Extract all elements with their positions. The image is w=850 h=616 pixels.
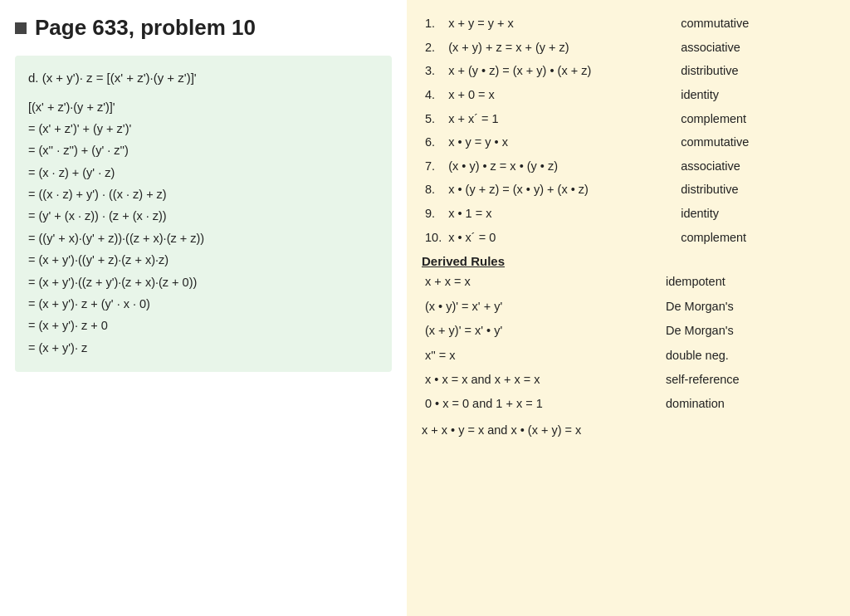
rule-name: distributive xyxy=(677,178,835,202)
derived-name: domination xyxy=(662,392,835,416)
rule-name: identity xyxy=(677,202,835,226)
rule-row-3: 3. x + (y • z) = (x + y) • (x + z) distr… xyxy=(422,59,835,83)
numbered-rules-table: 1. x + y = y + x commutative 2. (x + y) … xyxy=(422,12,835,249)
step-6: = (y' + (x · z)) · (z + (x · z)) xyxy=(28,206,379,227)
rule-num: 8. xyxy=(422,178,445,202)
step-5: = ((x · z) + y') · ((x · z) + z) xyxy=(28,184,379,205)
derived-rules-table: x + x = x idempotent (x • y)' = x' + y' … xyxy=(422,270,835,416)
rule-name: associative xyxy=(677,154,835,178)
rule-num: 6. xyxy=(422,130,445,154)
steps-container: [(x' + z')·(y + z')]'= (x' + z')' + (y +… xyxy=(28,97,379,359)
problem-statement: d. (x + y')· z = [(x' + z')·(y + z')]' xyxy=(28,67,379,89)
derived-row-4: x'' = x double neg. xyxy=(422,344,835,368)
rule-num: 7. xyxy=(422,154,445,178)
rule-row-7: 7. (x • y) • z = x • (y • z) associative xyxy=(422,154,835,178)
derived-header: Derived Rules xyxy=(422,254,835,268)
rule-num: 1. xyxy=(422,12,445,36)
rule-row-1: 1. x + y = y + x commutative xyxy=(422,12,835,36)
derived-name: double neg. xyxy=(662,344,835,368)
rule-num: 4. xyxy=(422,83,445,107)
rule-name: complement xyxy=(677,107,835,131)
rule-num: 9. xyxy=(422,202,445,226)
rule-name: identity xyxy=(677,83,835,107)
step-3: = (x'' · z'') + (y' · z'') xyxy=(28,140,379,161)
rule-expr: (x + y) + z = x + (y + z) xyxy=(445,36,677,60)
rule-num: 2. xyxy=(422,36,445,60)
step-1: [(x' + z')·(y + z')]' xyxy=(28,97,379,118)
rule-name: associative xyxy=(677,36,835,60)
derived-expr: 0 • x = 0 and 1 + x = 1 xyxy=(422,392,662,416)
rule-name: commutative xyxy=(677,130,835,154)
step-2: = (x' + z')' + (y + z')' xyxy=(28,119,379,139)
rule-num: 10. xyxy=(422,226,445,250)
page-title-row: Page 633, problem 10 xyxy=(15,15,392,41)
rule-num: 5. xyxy=(422,107,445,131)
title-bullet xyxy=(15,22,27,34)
derived-name: De Morgan's xyxy=(662,319,835,343)
step-7: = ((y' + x)·(y' + z))·((z + x)·(z + z)) xyxy=(28,228,379,249)
rule-expr: x + y = y + x xyxy=(445,12,677,36)
rule-row-4: 4. x + 0 = x identity xyxy=(422,83,835,107)
page-title: Page 633, problem 10 xyxy=(35,15,256,41)
derived-row-5: x • x = x and x + x = x self-reference xyxy=(422,368,835,392)
rule-row-8: 8. x • (y + z) = (x • y) + (x • z) distr… xyxy=(422,178,835,202)
derived-expr: x'' = x xyxy=(422,344,662,368)
derived-expr: (x • y)' = x' + y' xyxy=(422,295,662,319)
step-4: = (x · z) + (y' · z) xyxy=(28,163,379,183)
derived-name: self-reference xyxy=(662,368,835,392)
bottom-rule: x + x • y = x and x • (x + y) = x xyxy=(422,420,835,441)
derived-row-6: 0 • x = 0 and 1 + x = 1 domination xyxy=(422,392,835,416)
left-panel: Page 633, problem 10 d. (x + y')· z = [(… xyxy=(0,0,407,616)
derived-expr: x • x = x and x + x = x xyxy=(422,368,662,392)
rule-expr: x + (y • z) = (x + y) • (x + z) xyxy=(445,59,677,83)
step-11: = (x + y')· z + 0 xyxy=(28,315,379,336)
rule-num: 3. xyxy=(422,59,445,83)
rule-name: complement xyxy=(677,226,835,250)
rule-row-9: 9. x • 1 = x identity xyxy=(422,202,835,226)
derived-row-3: (x + y)' = x' • y' De Morgan's xyxy=(422,319,835,343)
rule-expr: x • x´ = 0 xyxy=(445,226,677,250)
derived-name: idempotent xyxy=(662,270,835,294)
rule-row-2: 2. (x + y) + z = x + (y + z) associative xyxy=(422,36,835,60)
rule-expr: x • 1 = x xyxy=(445,202,677,226)
rule-row-6: 6. x • y = y • x commutative xyxy=(422,130,835,154)
derived-expr: (x + y)' = x' • y' xyxy=(422,319,662,343)
rule-row-5: 5. x + x´ = 1 complement xyxy=(422,107,835,131)
rule-expr: (x • y) • z = x • (y • z) xyxy=(445,154,677,178)
rule-expr: x • (y + z) = (x • y) + (x • z) xyxy=(445,178,677,202)
derived-name: De Morgan's xyxy=(662,295,835,319)
step-8: = (x + y')·((y' + z)·(z + x)·z) xyxy=(28,250,379,271)
derived-row-2: (x • y)' = x' + y' De Morgan's xyxy=(422,295,835,319)
derived-expr: x + x = x xyxy=(422,270,662,294)
rule-row-10: 10. x • x´ = 0 complement xyxy=(422,226,835,250)
rule-name: distributive xyxy=(677,59,835,83)
rule-expr: x • y = y • x xyxy=(445,130,677,154)
derived-row-1: x + x = x idempotent xyxy=(422,270,835,294)
step-10: = (x + y')· z + (y' · x · 0) xyxy=(28,294,379,315)
rule-expr: x + x´ = 1 xyxy=(445,107,677,131)
rule-name: commutative xyxy=(677,12,835,36)
right-panel: 1. x + y = y + x commutative 2. (x + y) … xyxy=(407,0,850,616)
step-12: = (x + y')· z xyxy=(28,338,379,359)
rule-expr: x + 0 = x xyxy=(445,83,677,107)
step-9: = (x + y')·((z + y')·(z + x)·(z + 0)) xyxy=(28,272,379,293)
solution-box: d. (x + y')· z = [(x' + z')·(y + z')]' [… xyxy=(15,56,392,372)
